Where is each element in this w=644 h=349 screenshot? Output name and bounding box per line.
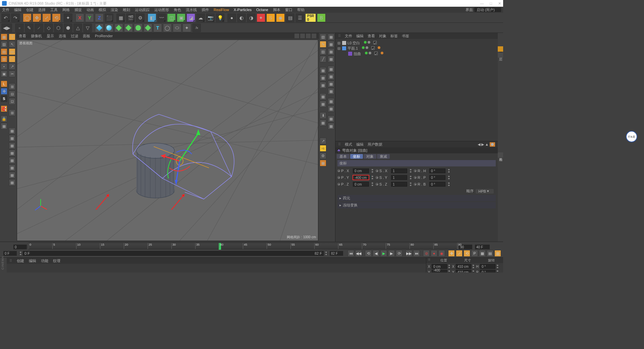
object-tree[interactable]: ⊟L0 空白 ✓⊟平面.1 ✓ 扭曲 ✓ (335, 39, 498, 58)
play-button[interactable]: ▶ (380, 250, 387, 257)
prim-2[interactable] (105, 23, 113, 32)
render-picture-button[interactable]: 🎬 (126, 13, 135, 22)
obj-menu-标签[interactable]: 标签 (390, 34, 398, 39)
prim-text[interactable]: T (153, 23, 162, 32)
scale-button[interactable]: ⤢ (42, 13, 51, 22)
knife-tool[interactable]: ✂ (9, 70, 15, 77)
menu-动画[interactable]: 动画 (87, 7, 94, 12)
obj-row-1[interactable]: ⊟平面.1 ✓ (337, 46, 496, 51)
range-start[interactable]: 0 F (3, 251, 17, 256)
light-button[interactable]: 💡 (216, 13, 224, 22)
magnet[interactable]: 🧲 (1, 105, 7, 112)
vp-menu-ProRender[interactable]: ProRender (95, 34, 113, 38)
axis-l[interactable]: L (1, 81, 7, 87)
vp-layout-icon-2[interactable] (306, 34, 311, 38)
obj-menu-查看[interactable]: 查看 (368, 34, 375, 39)
scale-key-button[interactable]: ⤢ (456, 250, 463, 257)
menu-捕捉[interactable]: 捕捉 (74, 7, 82, 12)
misc2-button[interactable]: ▥ (494, 250, 501, 257)
grid-c[interactable]: ⊡ (9, 98, 15, 105)
sel-tool-7[interactable]: △ (73, 23, 82, 32)
psr-button[interactable]: PSR0 (305, 13, 316, 22)
order-combo[interactable]: HPB ▾ (476, 189, 494, 194)
rotate-button[interactable]: ⟲ (52, 13, 61, 22)
maximize-button[interactable]: □ (490, 1, 492, 6)
vp-menu-选项[interactable]: 选项 (59, 34, 66, 39)
help-tool[interactable]: ? (9, 34, 15, 40)
attr-tab-基本[interactable]: 基本 (337, 154, 350, 159)
menu-Octane[interactable]: Octane (256, 8, 268, 12)
key-button[interactable]: ◉ (438, 250, 445, 257)
snap-s[interactable]: S (1, 95, 7, 102)
r2-3[interactable]: ▦ (328, 48, 334, 55)
texture-mode[interactable]: ▨ (1, 41, 7, 48)
sel-tool-1[interactable]: ▫ (15, 23, 24, 32)
rp-input[interactable]: 0 ° (429, 175, 445, 180)
rot-key-button[interactable]: ⟲ (464, 250, 470, 257)
rtool-5[interactable]: ▦ (320, 67, 326, 74)
prim-7[interactable]: ◯ (163, 23, 172, 32)
grid-8[interactable]: ▦ (9, 179, 15, 186)
xp-tool-9[interactable]: B (317, 13, 326, 22)
rtool-1[interactable]: ▧ (320, 34, 326, 40)
quaternion-row[interactable]: 四元 (337, 195, 496, 201)
render-settings-button[interactable]: ⚙ (136, 13, 145, 22)
attr-menu-编辑[interactable]: 编辑 (356, 142, 364, 147)
xp-tool-7[interactable]: ▤ (286, 13, 294, 22)
r2-9[interactable]: ▦ (328, 98, 334, 105)
next-key-button[interactable]: ▶▶ (406, 250, 412, 257)
grid-1[interactable]: ▦ (9, 128, 15, 134)
primitive-button[interactable]: ◧ (148, 13, 156, 22)
menu-渲染[interactable]: 渲染 (111, 7, 118, 12)
rtool-cube[interactable]: ▦ (320, 160, 326, 166)
fx-button[interactable]: .fx (192, 23, 201, 32)
prim-4[interactable] (124, 23, 133, 32)
attr-menu-模式[interactable]: 模式 (345, 142, 352, 147)
obj-row-2[interactable]: 扭曲 ✓ (337, 51, 496, 56)
menu-工具[interactable]: 工具 (50, 7, 58, 12)
autokey-button[interactable]: ● (431, 250, 437, 257)
step-fwd-button[interactable]: ▶ (388, 250, 395, 257)
grid-7[interactable]: ▦ (9, 172, 15, 179)
history-button[interactable]: ◀▶ (1, 23, 12, 32)
menu-流水线[interactable]: 流水线 (186, 7, 197, 12)
vp-layout-icon-1[interactable] (300, 34, 305, 38)
grid-3[interactable]: ▦ (9, 142, 15, 149)
current-frame-box[interactable]: 40 F (475, 245, 490, 249)
grid-tool[interactable]: ▦ (1, 123, 7, 130)
select-live-button[interactable]: ◯ (23, 13, 32, 22)
pz-input[interactable]: 0 cm (353, 182, 369, 187)
prim-1[interactable] (95, 23, 104, 32)
gear-icon[interactable]: ⚙ (320, 152, 326, 159)
attr-tab-坐标[interactable]: 坐标 (350, 154, 363, 159)
r2-12[interactable]: ▦ (328, 123, 334, 130)
minimize-button[interactable]: — (480, 1, 484, 6)
menu-网格[interactable]: 网格 (62, 7, 70, 12)
mat-menu-纹理[interactable]: 纹理 (53, 258, 60, 263)
redo-button[interactable]: ↷ (11, 13, 20, 22)
mat-menu-编辑[interactable]: 编辑 (29, 258, 36, 263)
menu-文件[interactable]: 文件 (2, 7, 9, 12)
menu-帮助[interactable]: 帮助 (297, 7, 305, 12)
vp-menu-查看[interactable]: 查看 (19, 34, 26, 39)
freeze-transform-row[interactable]: 冻结变换 (337, 202, 496, 208)
rtool-11[interactable]: ▦ (320, 119, 326, 126)
xp-tool-1[interactable]: ● (227, 13, 236, 22)
goto-end-button[interactable]: ⏭ (413, 250, 420, 257)
obj-menu-书签[interactable]: 书签 (402, 34, 409, 39)
obj-row-0[interactable]: ⊟L0 空白 ✓ (337, 40, 496, 46)
rtool-9[interactable]: ▦ (320, 101, 326, 107)
rect-tool[interactable]: ▭ (9, 48, 15, 55)
environment-button[interactable]: ☁ (196, 13, 205, 22)
grid-b[interactable]: ⊟ (9, 91, 15, 97)
attr-tab-衰减[interactable]: 衰减 (377, 154, 390, 159)
sy-input[interactable]: 1 (391, 175, 407, 180)
camera-button[interactable]: 📷 (206, 13, 215, 22)
grid-6[interactable]: ▦ (9, 164, 15, 171)
axis-tool[interactable]: ✥ (1, 88, 7, 95)
start-frame-box[interactable]: 0 (13, 245, 27, 249)
edge-mode[interactable]: ▥ (1, 56, 7, 62)
r2-11[interactable]: ▦ (328, 115, 334, 122)
vp-menu-摄像机[interactable]: 摄像机 (31, 34, 42, 39)
xp-tool-4[interactable]: ✦ (257, 13, 265, 22)
